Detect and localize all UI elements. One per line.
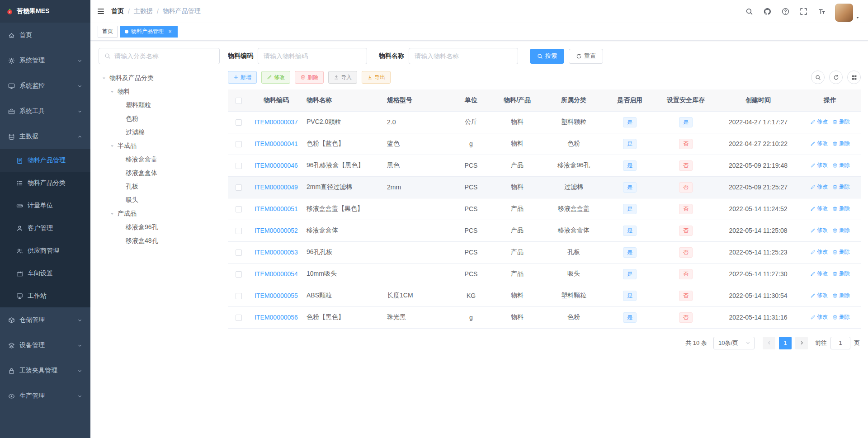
sidebar-item-master-data[interactable]: 主数据 [0, 124, 90, 149]
row-checkbox[interactable] [236, 250, 242, 256]
tree-node[interactable]: 产成品 [99, 207, 220, 221]
row-checkbox[interactable] [236, 141, 242, 147]
sidebar-item-measure-unit[interactable]: 计量单位 [0, 194, 90, 217]
row-edit-button[interactable]: 修改 [810, 118, 828, 126]
fullscreen-icon[interactable] [794, 0, 812, 23]
export-button[interactable]: 导出 [362, 71, 391, 84]
page-button-1[interactable]: 1 [779, 337, 792, 349]
row-delete-button[interactable]: 删除 [832, 183, 850, 191]
material-code-link[interactable]: ITEM00000041 [255, 140, 298, 147]
row-delete-button[interactable]: 删除 [832, 205, 850, 212]
row-delete-button[interactable]: 删除 [832, 270, 850, 278]
row-checkbox[interactable] [236, 293, 242, 299]
sidebar-item-system-management[interactable]: 系统管理 [0, 48, 90, 73]
row-edit-button[interactable]: 修改 [810, 270, 828, 278]
material-code-link[interactable]: ITEM00000056 [255, 314, 298, 321]
sidebar-item-home[interactable]: 首页 [0, 23, 90, 48]
row-edit-button[interactable]: 修改 [810, 248, 828, 256]
user-menu[interactable] [830, 1, 864, 22]
breadcrumb-item[interactable]: 首页 [111, 7, 124, 15]
sidebar-item-system-tools[interactable]: 系统工具 [0, 99, 90, 124]
sidebar-item-system-monitor[interactable]: 系统监控 [0, 73, 90, 99]
row-delete-button[interactable]: 删除 [832, 226, 850, 234]
tree-node[interactable]: 吸头 [99, 193, 220, 207]
tree-node[interactable]: 移液盒盒盖 [99, 153, 220, 166]
next-page-button[interactable] [795, 337, 808, 349]
search-button[interactable]: 搜索 [530, 49, 564, 64]
row-checkbox[interactable] [236, 271, 242, 278]
row-edit-button[interactable]: 修改 [810, 140, 828, 147]
material-code-link[interactable]: ITEM00000052 [255, 227, 298, 234]
material-code-link[interactable]: ITEM00000051 [255, 205, 298, 212]
material-code-link[interactable]: ITEM00000055 [255, 292, 298, 299]
app-logo[interactable]: K 苦糖果MES [0, 0, 90, 23]
sidebar-toggle-icon[interactable] [90, 0, 111, 23]
goto-page-input[interactable] [830, 337, 850, 349]
material-code-link[interactable]: ITEM00000049 [255, 184, 298, 191]
tree-node[interactable]: 过滤棉 [99, 126, 220, 139]
tab-home[interactable]: 首页 [98, 26, 118, 38]
material-code-link[interactable]: ITEM00000053 [255, 249, 298, 256]
sidebar-item-equipment-management[interactable]: 设备管理 [0, 333, 90, 358]
material-code-input[interactable] [258, 48, 367, 64]
tree-node[interactable]: 塑料颗粒 [99, 99, 220, 112]
row-delete-button[interactable]: 删除 [832, 161, 850, 169]
columns-icon[interactable] [847, 71, 861, 84]
sidebar-item-production-management[interactable]: 生产管理 [0, 383, 90, 409]
material-name-input[interactable] [409, 48, 518, 64]
row-edit-button[interactable]: 修改 [810, 226, 828, 234]
sidebar-item-material-product-category[interactable]: 物料产品分类 [0, 172, 90, 194]
row-delete-button[interactable]: 删除 [832, 118, 850, 126]
row-edit-button[interactable]: 修改 [810, 292, 828, 299]
tree-node[interactable]: 孔板 [99, 180, 220, 193]
breadcrumb-item[interactable]: 主数据 [134, 7, 153, 15]
reset-button[interactable]: 重置 [569, 49, 603, 64]
tree-node[interactable]: 移液盒盒体 [99, 166, 220, 180]
sidebar-item-workshop-settings[interactable]: 车间设置 [0, 262, 90, 285]
avatar[interactable] [835, 4, 853, 22]
tree-node[interactable]: 物料 [99, 85, 220, 99]
tree-node[interactable]: 物料及产品分类 [99, 71, 220, 85]
row-checkbox[interactable] [236, 228, 242, 234]
row-edit-button[interactable]: 修改 [810, 183, 828, 191]
row-edit-button[interactable]: 修改 [810, 161, 828, 169]
row-delete-button[interactable]: 删除 [832, 248, 850, 256]
font-size-icon[interactable] [812, 0, 830, 23]
sidebar-item-warehouse-management[interactable]: 仓储管理 [0, 307, 90, 333]
header-search-icon[interactable] [740, 0, 758, 23]
edit-button[interactable]: 修改 [261, 71, 290, 84]
material-code-link[interactable]: ITEM00000037 [255, 118, 298, 126]
row-checkbox[interactable] [236, 184, 242, 191]
row-edit-button[interactable]: 修改 [810, 205, 828, 212]
tab-close-icon[interactable]: × [167, 28, 173, 35]
prev-page-button[interactable] [763, 337, 775, 349]
sidebar-item-workstation[interactable]: 工作站 [0, 285, 90, 307]
delete-button[interactable]: 删除 [295, 71, 324, 84]
help-icon[interactable] [776, 0, 794, 23]
row-delete-button[interactable]: 删除 [832, 140, 850, 147]
tab-material-product-management[interactable]: 物料产品管理× [120, 26, 178, 38]
tree-node[interactable]: 半成品 [99, 139, 220, 153]
row-edit-button[interactable]: 修改 [810, 313, 828, 321]
row-delete-button[interactable]: 删除 [832, 292, 850, 299]
select-all-checkbox[interactable] [236, 98, 242, 104]
sidebar-item-fixture-management[interactable]: 工装夹具管理 [0, 358, 90, 383]
sidebar-item-material-product-management[interactable]: 物料产品管理 [0, 149, 90, 172]
row-checkbox[interactable] [236, 315, 242, 321]
github-icon[interactable] [758, 0, 776, 23]
add-button[interactable]: 新增 [228, 71, 257, 84]
toggle-search-icon[interactable] [811, 71, 825, 84]
category-search-input[interactable] [114, 52, 214, 60]
material-code-link[interactable]: ITEM00000046 [255, 162, 298, 169]
row-checkbox[interactable] [236, 119, 242, 126]
sidebar-item-supplier-management[interactable]: 供应商管理 [0, 240, 90, 262]
page-size-select[interactable]: 10条/页 [713, 337, 755, 349]
row-checkbox[interactable] [236, 206, 242, 212]
refresh-table-icon[interactable] [829, 71, 843, 84]
import-button[interactable]: 导入 [328, 71, 357, 84]
tree-node[interactable]: 移液盒96孔 [99, 221, 220, 234]
tree-node[interactable]: 色粉 [99, 112, 220, 126]
sidebar-item-customer-management[interactable]: 客户管理 [0, 217, 90, 240]
material-code-link[interactable]: ITEM00000054 [255, 270, 298, 278]
row-checkbox[interactable] [236, 163, 242, 169]
